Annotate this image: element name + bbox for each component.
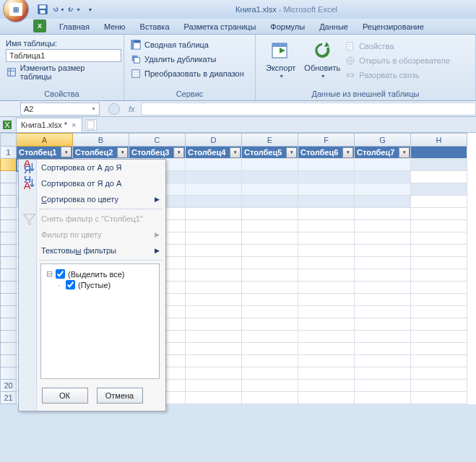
cell[interactable]	[186, 331, 242, 343]
cell[interactable]	[411, 343, 467, 355]
cell[interactable]	[242, 159, 298, 171]
filter-dropdown-icon[interactable]: ▾	[117, 147, 128, 158]
table-header-cell[interactable]: Столбец4▾	[186, 147, 242, 159]
row-header-8[interactable]	[1, 232, 17, 245]
cell[interactable]	[298, 380, 355, 392]
row-header-19[interactable]	[1, 367, 17, 380]
filter-value-all[interactable]: ⊟(Выделить все)	[46, 269, 155, 279]
col-header-D[interactable]: D	[186, 134, 242, 147]
row-header-13[interactable]	[1, 294, 17, 306]
cell[interactable]	[242, 257, 298, 269]
col-header-E[interactable]: E	[242, 134, 298, 147]
cell[interactable]	[411, 306, 467, 318]
cell[interactable]	[242, 245, 298, 257]
cell[interactable]	[298, 208, 355, 220]
cell[interactable]	[355, 355, 411, 367]
sort-asc-item[interactable]: АЯ Сортировка от А до Я	[19, 160, 165, 175]
namebox-dropdown-icon[interactable]: ▼	[91, 106, 96, 111]
cell[interactable]	[411, 147, 467, 159]
cell[interactable]	[242, 392, 298, 404]
filter-dropdown-icon[interactable]: ▾	[399, 147, 410, 158]
cell[interactable]	[242, 343, 298, 355]
row-header-4[interactable]	[1, 183, 17, 196]
cell[interactable]	[411, 183, 467, 196]
cell[interactable]	[355, 367, 411, 380]
cell[interactable]	[411, 355, 467, 367]
cell[interactable]	[411, 159, 467, 171]
cell[interactable]	[186, 306, 242, 318]
cell[interactable]	[411, 220, 467, 232]
cell[interactable]	[298, 282, 355, 294]
tab-menu[interactable]: Меню	[97, 20, 133, 34]
cell[interactable]	[242, 380, 298, 392]
tab-pagelayout[interactable]: Разметка страницы	[177, 20, 264, 34]
filter-dropdown-icon[interactable]: ▾	[173, 147, 184, 158]
cell[interactable]	[411, 257, 467, 269]
col-header-G[interactable]: G	[355, 134, 411, 147]
row-header-11[interactable]	[1, 269, 17, 282]
row-header-18[interactable]	[1, 355, 17, 367]
row-header-1[interactable]: 1	[1, 147, 17, 159]
cell[interactable]	[186, 232, 242, 245]
tab-review[interactable]: Рецензирование	[355, 20, 431, 34]
cell[interactable]	[298, 331, 355, 343]
close-icon[interactable]: ×	[70, 121, 77, 129]
cell[interactable]	[411, 171, 467, 183]
refresh-button[interactable]: Обновить▼	[300, 38, 345, 88]
document-tab[interactable]: Книга1.xlsx * ×	[16, 118, 82, 132]
cell[interactable]	[242, 282, 298, 294]
cell[interactable]	[298, 367, 355, 380]
row-header-9[interactable]	[1, 245, 17, 257]
cell[interactable]	[298, 294, 355, 306]
cell[interactable]	[298, 245, 355, 257]
cell[interactable]	[298, 355, 355, 367]
cell[interactable]	[411, 282, 467, 294]
cell[interactable]	[411, 318, 467, 331]
cell[interactable]	[298, 183, 355, 196]
cell[interactable]	[411, 269, 467, 282]
row-header-3[interactable]	[1, 171, 17, 183]
pivot-button[interactable]: Сводная таблица	[130, 38, 249, 52]
cell[interactable]	[186, 245, 242, 257]
redo-icon[interactable]: ▼	[68, 3, 81, 16]
cell[interactable]	[355, 306, 411, 318]
filter-values-list[interactable]: ⊟(Выделить все) ·(Пустые)	[40, 263, 160, 379]
col-header-B[interactable]: B	[73, 134, 129, 147]
cell[interactable]	[411, 367, 467, 380]
cell[interactable]	[411, 196, 467, 208]
table-header-cell[interactable]: Столбец5▾	[242, 147, 298, 159]
cell[interactable]	[186, 208, 242, 220]
undo-icon[interactable]: ▼	[52, 3, 65, 16]
table-header-cell[interactable]: Столбец1▾	[17, 147, 73, 159]
cell[interactable]	[355, 269, 411, 282]
cell[interactable]	[298, 306, 355, 318]
cell[interactable]	[186, 269, 242, 282]
checkbox-all[interactable]	[56, 269, 65, 279]
cell[interactable]	[242, 232, 298, 245]
fx-insert-icon[interactable]	[108, 103, 120, 115]
cell[interactable]	[355, 220, 411, 232]
cell[interactable]	[298, 196, 355, 208]
cell[interactable]	[355, 257, 411, 269]
col-header-H[interactable]: H	[411, 134, 467, 147]
wps-icon[interactable]: X	[33, 19, 46, 32]
cell[interactable]	[355, 196, 411, 208]
checkbox-blanks[interactable]	[66, 280, 75, 289]
cell[interactable]	[186, 257, 242, 269]
qat-more-icon[interactable]: ▾	[84, 3, 97, 16]
row-header-12[interactable]	[1, 282, 17, 294]
cell[interactable]	[186, 196, 242, 208]
select-all-corner[interactable]	[1, 134, 17, 147]
cell[interactable]	[242, 183, 298, 196]
row-header-16[interactable]	[1, 331, 17, 343]
cell[interactable]	[355, 294, 411, 306]
cell[interactable]	[411, 208, 467, 220]
cell[interactable]	[186, 294, 242, 306]
cell[interactable]	[186, 380, 242, 392]
cell[interactable]	[355, 171, 411, 183]
row-header-6[interactable]	[1, 208, 17, 220]
cell[interactable]	[355, 331, 411, 343]
row-header-20[interactable]: 20	[1, 380, 17, 392]
table-name-input[interactable]	[6, 49, 121, 62]
cell[interactable]	[186, 392, 242, 404]
